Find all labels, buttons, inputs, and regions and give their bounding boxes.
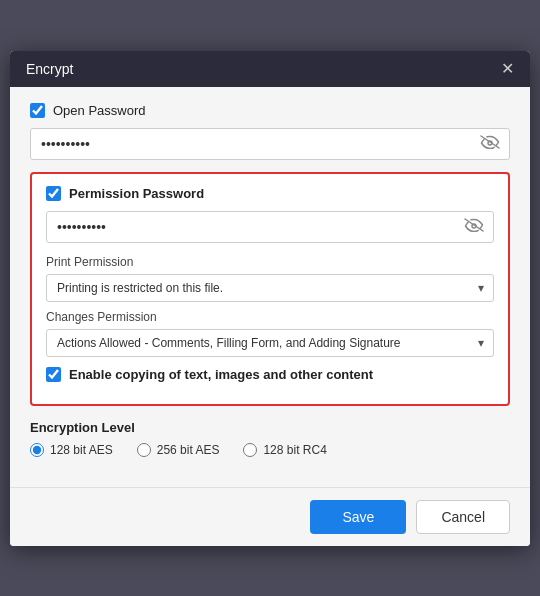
changes-permission-select[interactable]: No changes allowed. Actions Allowed - Co… [46, 329, 494, 357]
radio-256aes[interactable] [137, 443, 151, 457]
copy-content-row: Enable copying of text, images and other… [46, 367, 494, 382]
dialog-body: Open Password Permission Password [10, 87, 530, 487]
permission-password-label[interactable]: Permission Password [46, 186, 494, 201]
permission-password-eye-icon[interactable] [464, 218, 484, 236]
open-password-label[interactable]: Open Password [30, 103, 146, 118]
encrypt-dialog: Encrypt ✕ Open Password [10, 51, 530, 546]
print-permission-select-wrapper: Printing is restricted on this file. Low… [46, 274, 494, 302]
changes-permission-label: Changes Permission [46, 310, 494, 324]
radio-128rc4-label[interactable]: 128 bit RC4 [243, 443, 326, 457]
save-button[interactable]: Save [310, 500, 406, 534]
permission-password-input[interactable] [46, 211, 494, 243]
open-password-eye-icon[interactable] [480, 135, 500, 153]
open-password-field [30, 128, 510, 160]
permission-password-field [46, 211, 494, 243]
cancel-button[interactable]: Cancel [416, 500, 510, 534]
copy-content-label[interactable]: Enable copying of text, images and other… [46, 367, 494, 382]
copy-content-checkbox[interactable] [46, 367, 61, 382]
permission-password-box: Permission Password Print Permission [30, 172, 510, 406]
permission-password-checkbox[interactable] [46, 186, 61, 201]
encryption-radio-group: 128 bit AES 256 bit AES 128 bit RC4 [30, 443, 510, 457]
open-password-checkbox[interactable] [30, 103, 45, 118]
open-password-row: Open Password [30, 103, 510, 118]
open-password-input[interactable] [30, 128, 510, 160]
radio-128aes-label[interactable]: 128 bit AES [30, 443, 113, 457]
encryption-level-label: Encryption Level [30, 420, 510, 435]
radio-256aes-label[interactable]: 256 bit AES [137, 443, 220, 457]
dialog-header: Encrypt ✕ [10, 51, 530, 87]
svg-point-0 [488, 141, 492, 145]
close-button[interactable]: ✕ [501, 61, 514, 77]
print-permission-label: Print Permission [46, 255, 494, 269]
svg-point-1 [472, 224, 476, 228]
print-permission-select[interactable]: Printing is restricted on this file. Low… [46, 274, 494, 302]
radio-128rc4[interactable] [243, 443, 257, 457]
radio-128aes[interactable] [30, 443, 44, 457]
dialog-title: Encrypt [26, 61, 73, 77]
encryption-level-section: Encryption Level 128 bit AES 256 bit AES… [30, 420, 510, 457]
dialog-footer: Save Cancel [10, 487, 530, 546]
changes-permission-select-wrapper: No changes allowed. Actions Allowed - Co… [46, 329, 494, 357]
